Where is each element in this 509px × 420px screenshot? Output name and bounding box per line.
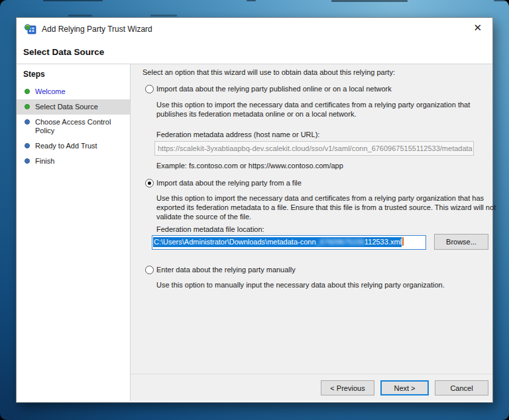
wizard-button-bar: < Previous Next > Cancel xyxy=(131,374,492,401)
close-icon[interactable]: ✕ xyxy=(473,22,482,34)
background-window-artifact xyxy=(43,0,103,1)
address-example-text: Example: fs.contoso.com or https://www.c… xyxy=(156,161,343,170)
desktop-background: Add Relying Party Trust Wizard ✕ Select … xyxy=(0,0,509,420)
background-window-artifact xyxy=(494,0,506,1)
option-online-description: Use this option to import the necessary … xyxy=(156,100,501,119)
option-manual-description: Use this option to manually input the ne… xyxy=(156,280,501,289)
window-title: Add Relying Party Trust Wizard xyxy=(42,25,152,34)
step-item-finish: Finish xyxy=(17,154,130,169)
file-path-prefix: C:\Users\Administrator\Downloads\metadat… xyxy=(154,238,316,246)
file-path-suffix: 112533.xml xyxy=(365,238,402,246)
text-caret xyxy=(402,237,404,246)
page-title: Select Data Source xyxy=(23,47,104,57)
steps-sidebar: Steps Welcome Select Data Source Choose … xyxy=(17,64,131,401)
step-label: Ready to Add Trust xyxy=(35,142,116,150)
page-header: Select Data Source xyxy=(17,40,492,64)
step-label: Welcome xyxy=(35,87,116,96)
step-bullet-icon xyxy=(25,158,30,164)
federation-metadata-address-label: Federation metadata address (host name o… xyxy=(156,130,319,139)
step-item-select-data-source: Select Data Source xyxy=(17,99,130,115)
step-label: Select Data Source xyxy=(35,103,116,111)
federation-metadata-file-input[interactable]: C:\Users\Administrator\Downloads\metadat… xyxy=(152,235,426,250)
wizard-dialog: Add Relying Party Trust Wizard ✕ Select … xyxy=(16,17,493,403)
radio-enter-manually-label[interactable]: Enter data about the relying party manua… xyxy=(156,265,296,274)
steps-header: Steps xyxy=(17,68,130,84)
radio-import-file-label[interactable]: Import data about the relying party from… xyxy=(156,178,302,187)
wizard-content-pane: Select an option that this wizard will u… xyxy=(131,64,492,401)
wizard-icon xyxy=(25,24,36,34)
intro-text: Select an option that this wizard will u… xyxy=(142,68,395,77)
step-bullet-icon xyxy=(25,119,30,125)
step-item-choose-access-control-policy: Choose Access Control Policy xyxy=(17,115,130,138)
step-bullet-icon xyxy=(25,104,30,109)
radio-import-online[interactable] xyxy=(145,85,154,93)
radio-enter-manually[interactable] xyxy=(145,266,154,274)
next-button[interactable]: Next > xyxy=(380,380,429,395)
title-bar[interactable]: Add Relying Party Trust Wizard ✕ xyxy=(17,18,492,40)
radio-import-file[interactable] xyxy=(145,179,154,187)
step-bullet-icon xyxy=(25,89,30,94)
step-item-welcome: Welcome xyxy=(17,84,130,99)
federation-metadata-address-value: https://scalekit-3yxabtiaapbq-dev.scalek… xyxy=(158,144,473,152)
file-path-redacted: _67609675155 xyxy=(316,238,365,246)
background-window-artifact xyxy=(68,15,92,17)
federation-metadata-address-input[interactable]: https://scalekit-3yxabtiaapbq-dev.scalek… xyxy=(154,141,474,156)
cancel-button[interactable]: Cancel xyxy=(435,380,488,395)
option-file-description: Use this option to import the necessary … xyxy=(156,193,498,221)
step-bullet-icon xyxy=(25,143,30,148)
background-window-artifact xyxy=(247,0,256,1)
browse-button[interactable]: Browse... xyxy=(434,234,488,250)
radio-import-online-label[interactable]: Import data about the relying party publ… xyxy=(156,84,392,93)
previous-button[interactable]: < Previous xyxy=(321,380,374,395)
federation-metadata-file-label: Federation metadata file location: xyxy=(156,225,264,234)
background-window-artifact xyxy=(150,15,177,17)
background-window-artifact xyxy=(331,0,408,2)
step-item-ready-to-add-trust: Ready to Add Trust xyxy=(17,138,130,154)
step-label: Choose Access Control Policy xyxy=(35,118,116,135)
step-label: Finish xyxy=(35,157,116,166)
